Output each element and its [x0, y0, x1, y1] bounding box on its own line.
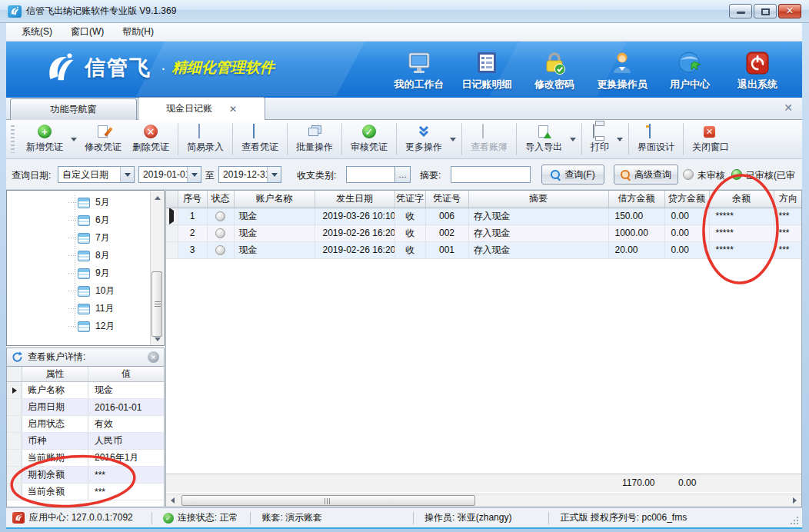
col-debit[interactable]: 借方金额 — [608, 191, 664, 208]
col-balance[interactable]: 余额 — [709, 191, 774, 208]
query-button[interactable]: 查询(F) — [541, 165, 604, 185]
col-credit[interactable]: 贷方金额 — [664, 191, 709, 208]
journal-row[interactable]: 1 现金 2019-03-26 10:10 收 006 存入现金 150.00 … — [166, 208, 802, 224]
category-picker-button[interactable]: … — [395, 166, 411, 183]
chevron-down-icon[interactable] — [120, 167, 134, 182]
current-row-icon — [169, 208, 174, 224]
ui-design-icon — [649, 125, 663, 138]
tree-item-month-6[interactable]: 6月 — [7, 211, 150, 229]
tree-scrollbar[interactable] — [150, 191, 163, 346]
tree-scrollbar-thumb[interactable] — [151, 271, 162, 337]
add-voucher-button[interactable]: + 新增凭证 — [21, 122, 68, 156]
more-operations-button[interactable]: 更多操作 — [400, 122, 448, 156]
view-voucher-button[interactable]: 查看凭证 — [236, 122, 284, 156]
col-account[interactable]: 账户名称 — [234, 191, 315, 208]
audit-voucher-button[interactable]: ✓ 审核凭证 — [345, 122, 393, 156]
tree-item-month-7[interactable]: 7月 — [7, 229, 150, 247]
scroll-down-icon[interactable] — [151, 333, 164, 346]
summary-input[interactable] — [451, 166, 531, 183]
scroll-up-icon[interactable] — [151, 191, 164, 204]
switch-operator-icon — [611, 48, 634, 75]
simple-entry-button[interactable]: 简易录入 — [181, 122, 229, 156]
tree-item-month-11[interactable]: 11月 — [7, 300, 150, 318]
col-voucher-word[interactable]: 凭证字 — [395, 191, 425, 208]
advanced-query-button[interactable]: 高级查询 — [614, 165, 678, 185]
audited-status-icon — [731, 169, 742, 180]
add-voucher-dropdown-icon[interactable] — [71, 138, 77, 141]
horizontal-scrollbar[interactable] — [166, 494, 801, 507]
col-summary[interactable]: 摘要 — [468, 191, 608, 208]
ui-design-button[interactable]: 界面设计 — [632, 122, 680, 156]
edit-icon — [96, 125, 110, 138]
tree-item-month-8[interactable]: 8月 — [7, 247, 150, 264]
category-input[interactable] — [346, 166, 395, 183]
detail-row[interactable]: 账户名称现金 — [7, 382, 164, 399]
col-date[interactable]: 发生日期 — [315, 191, 395, 208]
date-type-combobox[interactable]: 自定义日期 — [58, 166, 135, 183]
unaudited-label: 未审核 — [697, 169, 725, 182]
more-operations-dropdown-icon[interactable] — [450, 138, 456, 141]
import-export-dropdown-icon[interactable] — [570, 138, 576, 141]
scroll-right-icon[interactable] — [788, 494, 801, 507]
detail-close-icon[interactable]: ✕ — [148, 351, 159, 363]
tree-item-month-12[interactable]: 12月 — [7, 318, 150, 335]
scroll-left-icon[interactable] — [166, 494, 179, 507]
detail-row-current-balance[interactable]: 当前余额*** — [7, 484, 164, 500]
switch-operator-button[interactable]: 更换操作员 — [588, 48, 656, 91]
refresh-icon[interactable] — [12, 351, 23, 363]
delete-voucher-button[interactable]: ✕ 删除凭证 — [127, 122, 175, 156]
print-button[interactable]: 打印 — [585, 122, 614, 156]
maximize-button[interactable] — [754, 4, 777, 18]
toolbar-grip[interactable] — [11, 125, 15, 153]
detail-row[interactable]: 启用状态有效 — [7, 416, 164, 433]
journal-row[interactable]: 3 现金 2019-02-26 16:20 收 001 存入现金 20.00 0… — [166, 241, 802, 258]
batch-operation-button[interactable]: 批量操作 — [291, 122, 338, 156]
col-seq[interactable]: 序号 — [178, 191, 207, 208]
exit-system-button[interactable]: 退出系统 — [724, 48, 791, 91]
audited-label: 已审核(已审 — [746, 169, 795, 182]
more-chevrons-icon — [417, 125, 431, 138]
change-password-button[interactable]: 修改密码 — [521, 48, 588, 91]
edit-voucher-button[interactable]: 修改凭证 — [79, 122, 127, 156]
resize-grip[interactable] — [790, 516, 799, 525]
advanced-search-icon — [621, 170, 631, 180]
col-direction[interactable]: 方向 — [774, 191, 802, 208]
date-from-combobox[interactable]: 2019-01-01 — [138, 166, 201, 183]
tree-item-month-9[interactable]: 9月 — [7, 264, 150, 282]
journal-row[interactable]: 2 现金 2019-02-26 16:20 收 002 存入现金 1000.00… — [166, 224, 802, 241]
detail-row[interactable]: 当前账期2016年1月 — [7, 450, 164, 467]
journal-detail-button[interactable]: 日记账明细 — [453, 48, 521, 91]
add-icon: + — [38, 125, 52, 138]
menu-system[interactable]: 系统(S) — [12, 23, 62, 41]
user-center-button[interactable]: 用户中心 — [656, 48, 724, 91]
status-operator: 操作员: 张亚(zhangy) — [424, 511, 511, 524]
print-dropdown-icon[interactable] — [617, 138, 623, 141]
chevron-down-icon[interactable] — [187, 167, 201, 182]
batch-icon — [308, 125, 321, 138]
close-window-button[interactable]: ✕ 关闭窗口 — [687, 122, 734, 156]
chevron-down-icon[interactable] — [267, 167, 281, 182]
minimize-button[interactable] — [729, 4, 752, 18]
tab-cash-journal[interactable]: 现金日记账 ✕ — [138, 97, 265, 120]
voucher-toolbar: + 新增凭证 修改凭证 ✕ 删除凭证 简易录入 查看凭证 批量操作 — [6, 120, 802, 159]
col-status[interactable]: 状态 — [207, 191, 234, 208]
detail-row[interactable]: 启用日期2016-01-01 — [7, 399, 164, 416]
user-center-globe-icon — [677, 48, 702, 75]
detail-row-opening-balance[interactable]: 期初余额*** — [7, 467, 164, 484]
import-export-button[interactable]: 导入导出 — [520, 122, 568, 156]
detail-row[interactable]: 币种人民币 — [7, 433, 164, 450]
tree-item-month-5[interactable]: 5月 — [7, 194, 150, 211]
col-voucher-no[interactable]: 凭证号 — [425, 191, 468, 208]
tabstrip-close-icon[interactable]: ✕ — [784, 102, 793, 113]
tab-function-nav[interactable]: 功能导航窗 — [10, 98, 137, 120]
status-logo-icon — [12, 512, 25, 524]
workstation-button[interactable]: 我的工作台 — [385, 48, 453, 91]
tree-item-month-10[interactable]: 10月 — [7, 282, 150, 300]
hscrollbar-thumb[interactable] — [181, 495, 475, 506]
menu-help[interactable]: 帮助(H) — [113, 23, 163, 41]
close-button[interactable]: ✕ — [778, 4, 801, 18]
menu-window[interactable]: 窗口(W) — [62, 23, 113, 41]
date-to-combobox[interactable]: 2019-12-31 — [218, 166, 281, 183]
status-account-set: 账套: 演示账套 — [261, 511, 322, 524]
tab-close-icon[interactable]: ✕ — [229, 104, 237, 115]
